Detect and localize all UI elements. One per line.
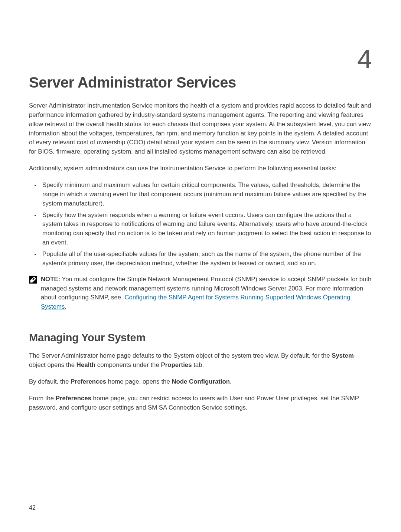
text-run: The Server Administrator home page defau…: [29, 352, 332, 359]
note-body-after: .: [65, 303, 66, 310]
body-paragraph: By default, the Preferences home page, o…: [29, 377, 372, 387]
bold-text: System: [332, 352, 354, 359]
list-item: Specify minimum and maximum values for c…: [40, 181, 372, 208]
pencil-note-icon: [29, 276, 37, 285]
bold-text: Preferences: [56, 395, 91, 402]
bold-text: Node Configuration: [172, 378, 230, 385]
body-paragraph: From the Preferences home page, you can …: [29, 394, 372, 413]
chapter-number: 4: [357, 44, 372, 74]
text-run: By default, the: [29, 378, 71, 385]
page-number: 42: [29, 505, 36, 511]
text-run: home page, opens the: [106, 378, 172, 385]
intro-paragraph: Server Administrator Instrumentation Ser…: [29, 101, 372, 157]
body-paragraph: The Server Administrator home page defau…: [29, 351, 372, 370]
list-item: Populate all of the user-specifiable val…: [40, 250, 372, 268]
bold-text: Health: [76, 361, 95, 368]
text-run: tab.: [192, 361, 204, 368]
note-text: NOTE: You must configure the Simple Netw…: [41, 275, 372, 312]
text-run: From the: [29, 395, 56, 402]
note-block: NOTE: You must configure the Simple Netw…: [29, 275, 372, 312]
text-run: components under the: [95, 361, 161, 368]
document-page: 4 Server Administrator Services Server A…: [0, 0, 401, 532]
bold-text: Preferences: [71, 378, 106, 385]
page-title: Server Administrator Services: [29, 74, 372, 91]
list-item: Specify how the system responds when a w…: [40, 211, 372, 247]
section-heading: Managing Your System: [29, 332, 372, 344]
task-bullet-list: Specify minimum and maximum values for c…: [29, 181, 372, 268]
tasks-intro-paragraph: Additionally, system administrators can …: [29, 164, 372, 173]
bold-text: Properties: [161, 361, 192, 368]
text-run: .: [230, 378, 232, 385]
text-run: object opens the: [29, 361, 76, 368]
note-label: NOTE:: [41, 276, 60, 283]
